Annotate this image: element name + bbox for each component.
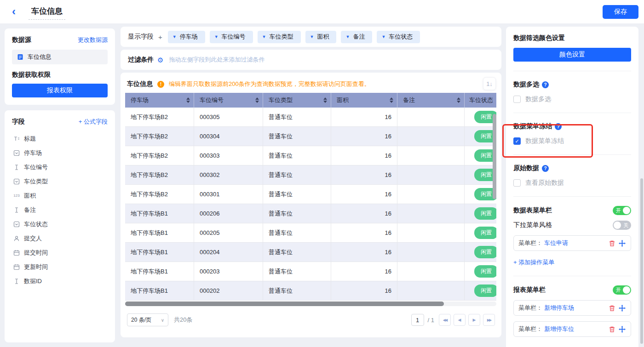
- column-header-space-status[interactable]: 车位状态: [465, 93, 496, 108]
- sort-icon[interactable]: [186, 97, 190, 103]
- filter-dropzone-placeholder[interactable]: 拖动左侧字段到此处来添加过滤条件: [169, 56, 264, 64]
- next-page-button[interactable]: ▶: [468, 314, 480, 326]
- help-icon[interactable]: ?: [555, 123, 562, 130]
- document-icon: [17, 53, 24, 61]
- multi-select-checkbox-row[interactable]: 数据多选: [513, 95, 631, 103]
- report-menubar-toggle[interactable]: 开: [613, 285, 631, 295]
- person-field-icon: [13, 235, 20, 242]
- report-menu-item[interactable]: 菜单栏： 新增停车场: [513, 300, 631, 316]
- table-row[interactable]: 地下停车场B2000303普通车位16闲置: [125, 146, 496, 165]
- move-icon[interactable]: [618, 239, 626, 247]
- number-field-icon: 123: [13, 192, 20, 199]
- report-permission-button[interactable]: 报表权限: [12, 84, 108, 97]
- table-body: 地下停车场B2000305普通车位16闲置 地下停车场B2000304普通车位1…: [125, 108, 496, 301]
- field-item-remark[interactable]: 备注: [12, 203, 108, 217]
- table-row[interactable]: 地下停车场B2000304普通车位16闲置: [125, 127, 496, 146]
- settings-panel: 数据筛选颜色设置 颜色设置 数据多选 ? 数据多选 数据菜单冻结 ? ✓ 数据菜…: [506, 27, 638, 347]
- field-item-parking-lot[interactable]: 停车场: [12, 146, 108, 160]
- last-page-button[interactable]: ▶▶: [483, 314, 495, 326]
- add-display-field-button[interactable]: +: [158, 33, 162, 41]
- checkbox-checked[interactable]: ✓: [513, 137, 521, 145]
- page-size-select[interactable]: 20 条/页 ∨: [127, 313, 168, 326]
- chip-space-code[interactable]: ▼车位编号: [210, 31, 253, 43]
- report-menu-item[interactable]: 菜单栏： 新增停车位: [513, 321, 631, 337]
- prev-page-button[interactable]: ◀: [454, 314, 466, 326]
- table-vertical-scrollbar[interactable]: [493, 114, 496, 199]
- right-arrow-icon: ▶: [473, 318, 476, 322]
- field-item-submitter[interactable]: 提交人: [12, 231, 108, 245]
- add-formula-field-link[interactable]: + 公式字段: [79, 118, 108, 126]
- trash-icon[interactable]: [608, 304, 616, 312]
- table-row[interactable]: 地下停车场B2000305普通车位16闲置: [125, 108, 496, 127]
- table-row[interactable]: 地下停车场B1000205普通车位16闲置: [125, 223, 496, 243]
- color-settings-button[interactable]: 颜色设置: [513, 48, 631, 62]
- back-icon[interactable]: ‹: [12, 6, 16, 17]
- checkbox-unchecked[interactable]: [513, 179, 521, 187]
- sort-icon[interactable]: [323, 97, 327, 103]
- chip-space-type[interactable]: ▼车位类型: [258, 31, 301, 43]
- column-header-space-code[interactable]: 车位编号: [194, 93, 263, 108]
- help-icon[interactable]: ?: [542, 81, 549, 88]
- scrollbar-thumb[interactable]: [125, 301, 444, 306]
- field-item-space-type[interactable]: 车位类型: [12, 174, 108, 188]
- chip-parking-lot[interactable]: ▼停车场: [168, 31, 205, 43]
- datasource-title: 数据源: [12, 36, 31, 44]
- checkbox-unchecked[interactable]: [513, 96, 521, 103]
- add-action-menu-link[interactable]: + 添加操作菜单: [513, 258, 631, 267]
- divider: [513, 113, 631, 113]
- chevron-down-icon: ▼: [345, 35, 350, 39]
- page-scrollbar[interactable]: [640, 178, 643, 344]
- column-header-remark[interactable]: 备注: [397, 93, 465, 108]
- field-item-space-status[interactable]: 车位状态: [12, 217, 108, 231]
- sort-settings-button[interactable]: 1↓: [483, 77, 496, 90]
- chevron-down-icon: ▼: [172, 35, 177, 39]
- divider: [513, 154, 631, 155]
- save-button[interactable]: 保存: [603, 5, 638, 19]
- trash-icon[interactable]: [608, 325, 616, 333]
- datasource-item-label: 车位信息: [28, 53, 52, 61]
- menu-freeze-checkbox-row[interactable]: ✓ 数据菜单冻结: [513, 137, 631, 145]
- page-title[interactable]: 车位信息: [29, 6, 65, 20]
- raw-data-checkbox-row[interactable]: 查看原始数据: [513, 179, 631, 187]
- table-row[interactable]: 地下停车场B1000202普通车位16闲置: [125, 281, 496, 301]
- field-item-data-id[interactable]: 数据ID: [12, 274, 108, 288]
- field-item-submit-time[interactable]: 提交时间: [12, 245, 108, 260]
- move-icon[interactable]: [618, 325, 626, 333]
- sort-icon[interactable]: [255, 97, 259, 103]
- move-icon[interactable]: [618, 304, 626, 312]
- status-badge: 闲置: [474, 246, 496, 258]
- table-row[interactable]: 地下停车场B2000302普通车位16闲置: [125, 165, 496, 185]
- field-item-space-code[interactable]: 车位编号: [12, 160, 108, 174]
- field-item-area[interactable]: 123 面积: [12, 188, 108, 203]
- chip-area[interactable]: ▼面积: [305, 31, 337, 43]
- column-header-space-type[interactable]: 车位类型: [263, 93, 331, 108]
- display-fields-label: 显示字段: [128, 33, 154, 41]
- table-row[interactable]: 地下停车场B1000206普通车位16闲置: [125, 204, 496, 223]
- trash-icon[interactable]: [608, 239, 616, 247]
- first-page-button[interactable]: ◀◀: [439, 314, 451, 326]
- chip-space-status[interactable]: ▼车位状态: [377, 31, 420, 43]
- sort-icon[interactable]: [457, 97, 460, 103]
- table-horizontal-scrollbar[interactable]: [125, 301, 496, 306]
- action-menu-item[interactable]: 菜单栏： 车位申请: [513, 235, 631, 251]
- data-table: 停车场 车位编号 车位类型 面积 备注 车位状态 地下停车场B2000305普通…: [125, 93, 496, 301]
- table-row[interactable]: 地下停车场B2000301普通车位16闲置: [125, 185, 496, 204]
- gear-icon[interactable]: ⚙: [157, 57, 163, 63]
- double-left-icon: ◀◀: [443, 318, 447, 322]
- column-header-parking-lot[interactable]: 停车场: [125, 93, 194, 108]
- table-row[interactable]: 地下停车场B1000203普通车位16闲置: [125, 262, 496, 281]
- current-page-input[interactable]: 1: [411, 314, 424, 326]
- table-menubar-toggle[interactable]: 开: [613, 206, 631, 215]
- change-datasource-link[interactable]: 更改数据源: [78, 36, 108, 44]
- dropdown-style-toggle[interactable]: 关: [613, 221, 631, 230]
- sort-icon[interactable]: [390, 97, 393, 103]
- column-header-area[interactable]: 面积: [331, 93, 397, 108]
- field-item-title[interactable]: 标题: [12, 131, 108, 146]
- text-field-icon: [13, 206, 20, 214]
- datasource-panel: 数据源 更改数据源 车位信息 数据获取权限 报表权限: [5, 28, 115, 105]
- chip-remark[interactable]: ▼备注: [341, 31, 372, 43]
- table-row[interactable]: 地下停车场B1000204普通车位16闲置: [125, 243, 496, 262]
- help-icon[interactable]: ?: [542, 165, 549, 172]
- datasource-item[interactable]: 车位信息: [12, 50, 108, 64]
- field-item-update-time[interactable]: 更新时间: [12, 260, 108, 274]
